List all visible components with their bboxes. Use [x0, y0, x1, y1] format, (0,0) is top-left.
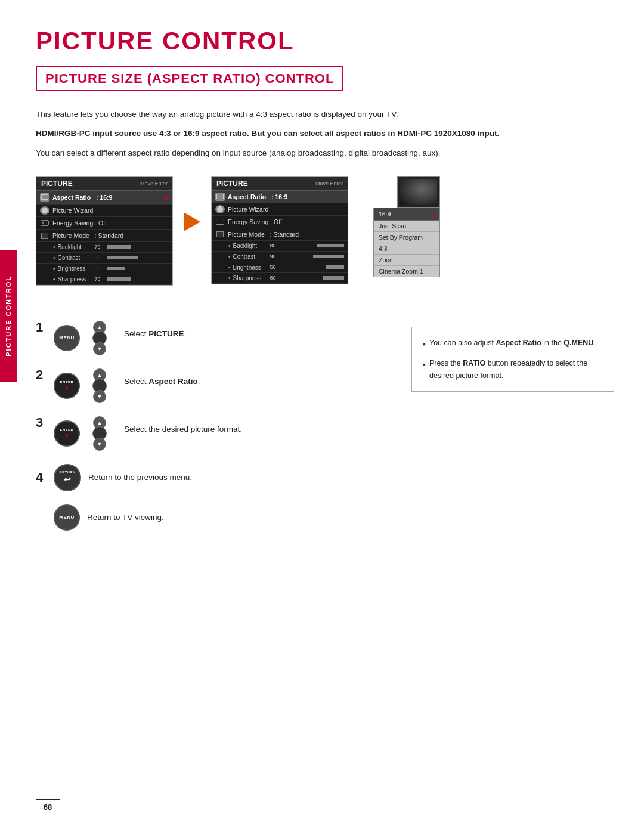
menu-left-row-aspect: Aspect Ratio : 16:9 ● [36, 191, 172, 205]
menu-right-row-energy: Energy Saving : Off [212, 216, 348, 228]
nav-down-1[interactable]: ▼ [93, 342, 106, 355]
step-4-number: 4 [36, 471, 47, 484]
menu-left-bullet-backlight: • Backlight 70 [36, 242, 172, 253]
menu-left-row-energy: Energy Saving : Off [36, 217, 172, 230]
step-4-buttons: RETURN ↩ [54, 464, 81, 491]
note-1: ▪ You can also adjust Aspect Ratio in th… [423, 337, 603, 351]
menu-button-extra[interactable]: MENU [54, 504, 80, 531]
bar-sharpness-r [323, 276, 344, 280]
enter-button-2[interactable]: ENTER ● [54, 373, 80, 399]
menu-left-header: PICTURE Move Enter [36, 177, 172, 191]
dropdown-item-set-by-program[interactable]: Set By Program [374, 232, 439, 243]
return-button[interactable]: RETURN ↩ [54, 464, 81, 491]
energy-icon-r [215, 218, 225, 226]
nav-cluster-1: ▲ ▼ [82, 321, 117, 355]
note-bullet-1: ▪ [423, 337, 426, 351]
menu-right-bullet-sharpness: • Sharpness 60 [212, 273, 348, 284]
step-1-text: Select PICTURE. [124, 321, 186, 340]
step-1-buttons: MENU ▲ ▼ [54, 321, 117, 355]
nav-down-2[interactable]: ▼ [93, 390, 106, 403]
mode-icon-r [215, 230, 225, 239]
page-number: 68 [36, 799, 60, 812]
menu-left-bullet-sharpness: • Sharpness 70 [36, 274, 172, 285]
menu-right-header: PICTURE Move Enter [212, 177, 348, 191]
dropdown-item-just-scan[interactable]: Just Scan [374, 221, 439, 232]
dropdown-item-zoom[interactable]: Zoom [374, 255, 439, 266]
enter-button-3[interactable]: ENTER ● [54, 420, 80, 447]
steps-list: 1 MENU ▲ ▼ Select PICTURE. 2 ENTER [36, 321, 388, 544]
tv-menu-right: PICTURE Move Enter Aspect Ratio : 16:9 [211, 176, 348, 284]
menu-left-row-wizard: Picture Wizard [36, 205, 172, 217]
note-bullet-2: ▪ [423, 358, 426, 371]
step-3-row: 3 ENTER ● ▲ ▼ Select the desired picture… [36, 416, 388, 451]
aspect-ratio-label: Aspect Ratio : 16:9 [52, 194, 164, 201]
picture-icon-r [215, 193, 225, 201]
arrow-right-icon [184, 212, 200, 231]
menu-right-row-wizard: Picture Wizard [212, 203, 348, 216]
step-4-row: 4 RETURN ↩ Return to the previous menu. [36, 464, 388, 491]
main-content: PICTURE CONTROL PICTURE SIZE (ASPECT RAT… [36, 0, 614, 544]
menu-left-bullet-contrast: • Contrast 90 [36, 253, 172, 264]
desc-para-3: You can select a different aspect ratio … [36, 147, 572, 160]
energy-icon [40, 219, 49, 227]
bar-backlight [107, 245, 131, 249]
dropdown-header: 16:9 ● [374, 208, 439, 221]
aspect-dropdown: 16:9 ● Just Scan Set By Program 4:3 Zoom… [373, 208, 440, 277]
steps-section: 1 MENU ▲ ▼ Select PICTURE. 2 ENTER [36, 321, 614, 544]
menu-right-row-mode: Picture Mode : Standard [212, 228, 348, 241]
menu-right-bullet-brightness: • Brightness 50 [212, 262, 348, 273]
side-tab-label: PICTURE CONTROL [5, 275, 12, 357]
aspect-ratio-indicator: ● [164, 193, 169, 202]
tv-menu-left: PICTURE Move Enter Aspect Ratio : 16:9 ● [36, 176, 173, 286]
notes-box: ▪ You can also adjust Aspect Ratio in th… [411, 327, 614, 392]
menu-right-bullet-backlight: • Backlight 80 [212, 241, 348, 252]
menu-right-bullet-contrast: • Contrast 90 [212, 252, 348, 262]
desc-para-1: This feature lets you choose the way an … [36, 108, 572, 121]
section-title: PICTURE SIZE (ASPECT RATIO) CONTROL [36, 66, 343, 91]
step-1-row: 1 MENU ▲ ▼ Select PICTURE. [36, 321, 388, 355]
bar-brightness [107, 267, 125, 270]
note-2: ▪ Press the RATIO button repeatedly to s… [423, 357, 603, 382]
step-2-row: 2 ENTER ● ▲ ▼ Select Aspect Ratio. [36, 368, 388, 403]
step-3-text: Select the desired picture format. [124, 416, 242, 435]
side-tab: PICTURE CONTROL [0, 250, 17, 382]
bar-brightness-r [326, 265, 344, 269]
menu-right-row-aspect: Aspect Ratio : 16:9 [212, 191, 348, 203]
mode-icon [40, 231, 49, 240]
step-2-number: 2 [36, 368, 47, 382]
thumbnail-box [397, 176, 440, 208]
section-divider [36, 304, 614, 304]
picture-icon [40, 193, 49, 202]
bar-contrast-r [313, 255, 344, 258]
dropdown-item-4-3[interactable]: 4:3 [374, 243, 439, 255]
bar-contrast [107, 256, 138, 259]
arrow-container [173, 212, 211, 231]
step-1-number: 1 [36, 321, 47, 334]
tv-menu-right-area: PICTURE Move Enter Aspect Ratio : 16:9 [211, 176, 396, 284]
page-title: PICTURE CONTROL [36, 27, 614, 55]
extra-step-text: Return to TV viewing. [87, 512, 164, 524]
desc-para-2: HDMI/RGB-PC input source use 4:3 or 16:9… [36, 127, 572, 140]
bar-backlight-r [317, 244, 344, 247]
menu-button-1[interactable]: MENU [54, 325, 80, 351]
menu-left-bullet-brightness: • Brightness 50 [36, 264, 172, 274]
bar-sharpness [107, 277, 131, 281]
wizard-icon-r [215, 205, 225, 213]
wizard-icon [40, 206, 49, 215]
menu-left-row-mode: Picture Mode : Standard [36, 230, 172, 242]
nav-cluster-2: ▲ ▼ [82, 368, 117, 403]
extra-step-buttons: MENU [54, 504, 80, 531]
dropdown-item-cinema-zoom[interactable]: Cinema Zoom 1 [374, 266, 439, 277]
step-3-buttons: ENTER ● ▲ ▼ [54, 416, 117, 451]
step-2-buttons: ENTER ● ▲ ▼ [54, 368, 117, 403]
step-4-text: Return to the previous menu. [88, 472, 192, 484]
nav-cluster-3: ▲ ▼ [82, 416, 117, 451]
step-3-number: 3 [36, 416, 47, 429]
nav-down-3[interactable]: ▼ [93, 438, 106, 451]
extra-step-row: 5 MENU Return to TV viewing. [36, 504, 388, 531]
screenshots-row: PICTURE Move Enter Aspect Ratio : 16:9 ● [36, 176, 614, 286]
step-2-text: Select Aspect Ratio. [124, 368, 200, 388]
thumbnail-image [400, 179, 437, 205]
dropdown-indicator: ● [431, 210, 435, 218]
